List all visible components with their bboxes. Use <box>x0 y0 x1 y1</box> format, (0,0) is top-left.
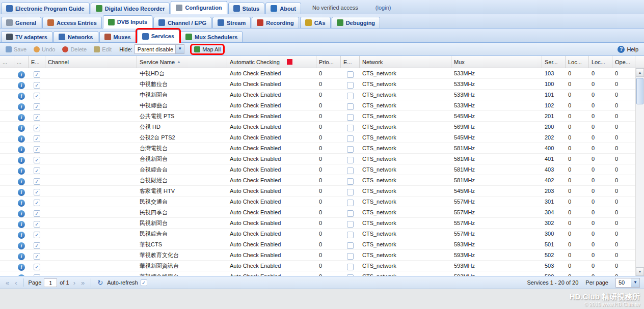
tab-dvb-inputs[interactable]: DVB Inputs <box>103 15 152 29</box>
table-row[interactable]: i✓華視新聞資訊台Auto Check Enabled0CTS_network5… <box>0 261 635 271</box>
epg-checkbox[interactable] <box>347 200 354 206</box>
tab-networks[interactable]: Networks <box>53 31 98 43</box>
tab-about[interactable]: About <box>265 3 301 14</box>
info-icon[interactable]: i <box>18 71 25 78</box>
epg-checkbox[interactable] <box>347 82 354 89</box>
column-header-network-9[interactable]: Network <box>360 56 451 68</box>
tab-muxes[interactable]: Muxes <box>99 31 136 43</box>
epg-checkbox[interactable] <box>347 93 354 99</box>
enabled-checkbox[interactable]: ✓ <box>34 189 40 195</box>
table-row[interactable]: i✓客家電視 HTVAuto Check Enabled0CTS_network… <box>0 186 635 196</box>
epg-checkbox[interactable] <box>347 167 354 174</box>
hide-filter-select[interactable]: Parent disable ▼ <box>135 44 184 54</box>
map-all-button[interactable]: Map All <box>192 45 223 53</box>
delete-button[interactable]: Delete <box>60 45 89 53</box>
table-row[interactable]: i✓華視教育文化台Auto Check Enabled0CTS_network5… <box>0 250 635 261</box>
scrollbar-thumb[interactable] <box>636 78 643 104</box>
info-icon[interactable]: i <box>18 274 25 276</box>
table-row[interactable]: i✓中視新聞台Auto Check Enabled0CTS_network533… <box>0 90 635 100</box>
column-header-prio-7[interactable]: Prio... <box>316 56 341 68</box>
tab-status[interactable]: Status <box>228 3 265 14</box>
tab-stream[interactable]: Stream <box>212 17 251 29</box>
column-header-loc-13[interactable]: Loc... <box>589 56 612 68</box>
column-header-automatic-checking-6[interactable]: Automatic Checking <box>227 56 316 68</box>
table-row[interactable]: i✓公視2台 PTS2Auto Check Enabled0CTS_networ… <box>0 132 635 143</box>
next-page-button[interactable]: › <box>72 279 77 287</box>
info-icon[interactable]: i <box>18 157 25 164</box>
epg-checkbox[interactable] <box>347 210 354 217</box>
column-header-loc-12[interactable]: Loc... <box>566 56 589 68</box>
enabled-checkbox[interactable]: ✓ <box>34 125 40 131</box>
info-icon[interactable]: i <box>18 103 25 110</box>
enabled-checkbox[interactable]: ✓ <box>34 221 40 228</box>
tab-access-entries[interactable]: Access Entries <box>42 17 102 29</box>
table-row[interactable]: i✓華視綜合娛樂台Auto Check Enabled0CTS_network5… <box>0 271 635 276</box>
enabled-checkbox[interactable]: ✓ <box>34 274 40 276</box>
table-row[interactable]: i✓民視新聞台Auto Check Enabled0CTS_network557… <box>0 218 635 229</box>
tab-digital-video-recorder[interactable]: Digital Video Recorder <box>91 3 170 14</box>
table-row[interactable]: i✓台視新聞台Auto Check Enabled0CTS_network581… <box>0 154 635 164</box>
epg-checkbox[interactable] <box>347 71 354 78</box>
vertical-scrollbar[interactable]: ▲ ▼ <box>635 68 644 276</box>
epg-checkbox[interactable] <box>347 232 354 238</box>
enabled-checkbox[interactable]: ✓ <box>34 157 40 163</box>
info-icon[interactable]: i <box>18 135 25 143</box>
info-icon[interactable]: i <box>18 114 25 121</box>
undo-button[interactable]: Undo <box>31 45 58 53</box>
scrollbar-track[interactable] <box>636 77 644 267</box>
previous-page-button[interactable]: ‹ <box>13 279 18 287</box>
page-input[interactable]: 1 <box>44 278 57 287</box>
enabled-checkbox[interactable]: ✓ <box>34 93 40 99</box>
save-button[interactable]: Save <box>3 45 29 53</box>
epg-checkbox[interactable] <box>347 178 354 185</box>
epg-checkbox[interactable] <box>347 125 354 131</box>
column-header-channel-4[interactable]: Channel <box>45 56 137 68</box>
tab-recording[interactable]: Recording <box>252 17 299 29</box>
info-icon[interactable]: i <box>18 210 25 217</box>
table-row[interactable]: i✓台灣電視台Auto Check Enabled0CTS_network581… <box>0 143 635 154</box>
tab-configuration[interactable]: Configuration <box>171 1 227 14</box>
tab-channel-epg[interactable]: Channel / EPG <box>153 17 211 29</box>
enabled-checkbox[interactable]: ✓ <box>34 178 40 185</box>
epg-checkbox[interactable] <box>347 274 354 276</box>
enabled-checkbox[interactable]: ✓ <box>34 71 40 78</box>
info-icon[interactable]: i <box>18 242 25 249</box>
tab-services[interactable]: Services <box>137 30 179 43</box>
refresh-icon[interactable]: ↻ <box>96 279 104 287</box>
column-header-ser-11[interactable]: Ser... <box>542 56 566 68</box>
table-row[interactable]: i✓民視綜合台Auto Check Enabled0CTS_network557… <box>0 229 635 239</box>
epg-checkbox[interactable] <box>347 135 354 142</box>
enabled-checkbox[interactable]: ✓ <box>34 264 40 270</box>
epg-checkbox[interactable] <box>347 103 354 110</box>
enabled-checkbox[interactable]: ✓ <box>34 210 40 217</box>
epg-checkbox[interactable] <box>347 242 354 249</box>
table-row[interactable]: i✓台視綜合台Auto Check Enabled0CTS_network581… <box>0 164 635 175</box>
tab-mux-schedulers[interactable]: Mux Schedulers <box>180 31 243 43</box>
enabled-checkbox[interactable]: ✓ <box>34 82 40 89</box>
enabled-checkbox[interactable]: ✓ <box>34 146 40 153</box>
table-row[interactable]: i✓公視 HDAuto Check Enabled0CTS_network569… <box>0 122 635 132</box>
table-row[interactable]: i✓中視HD台Auto Check Enabled0CTS_network533… <box>0 68 635 79</box>
epg-checkbox[interactable] <box>347 189 354 195</box>
column-header-service-name-5[interactable]: Service Name▲ <box>137 56 227 68</box>
scroll-down-icon[interactable]: ▼ <box>636 267 644 276</box>
info-icon[interactable]: i <box>18 253 25 260</box>
edit-button[interactable]: Edit <box>91 45 114 53</box>
enabled-checkbox[interactable]: ✓ <box>34 167 40 174</box>
column-header-e-8[interactable]: E... <box>341 56 360 68</box>
info-icon[interactable]: i <box>18 146 25 153</box>
info-icon[interactable]: i <box>18 167 25 175</box>
scroll-up-icon[interactable]: ▲ <box>636 68 644 77</box>
table-row[interactable]: i✓中視綜藝台Auto Check Enabled0CTS_network533… <box>0 100 635 111</box>
per-page-select[interactable]: 50 ▼ <box>615 278 640 288</box>
tab-cas[interactable]: CAs <box>300 17 331 29</box>
tab-general[interactable]: General <box>1 17 41 29</box>
epg-checkbox[interactable] <box>347 253 354 260</box>
epg-checkbox[interactable] <box>347 264 354 270</box>
table-row[interactable]: i✓民視交通台Auto Check Enabled0CTS_network557… <box>0 196 635 207</box>
column-header-ope-14[interactable]: Ope... <box>612 56 635 68</box>
help-button[interactable]: ? Help <box>615 45 641 54</box>
column-header-mux-10[interactable]: Mux <box>451 56 542 68</box>
login-link[interactable]: (login) <box>375 5 391 11</box>
info-icon[interactable]: i <box>18 264 25 271</box>
